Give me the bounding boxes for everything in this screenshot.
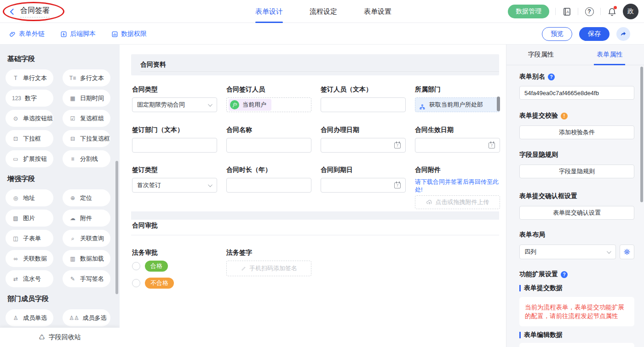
header-actions: 数据管理 A ? 政 bbox=[508, 0, 638, 23]
field-item-handwritten-signature[interactable]: ✎手写签名 bbox=[63, 270, 110, 287]
field-legal-signature[interactable]: 法务签字 手机扫码添加签名 bbox=[226, 248, 311, 276]
form-canvas: 合同资料 合同类型 固定期限劳动合同 合同签订人员 户 当前用户 签订人员（文本… bbox=[120, 45, 506, 347]
share-button[interactable] bbox=[616, 27, 630, 41]
checkbox-icon: ☑ bbox=[69, 115, 76, 122]
field-item-number[interactable]: 123数字 bbox=[6, 90, 53, 107]
field-item-geolocation[interactable]: ⊕定位 bbox=[63, 189, 110, 206]
attachment-upload-button[interactable]: 点击或拖拽附件上传 bbox=[415, 195, 500, 209]
field-legal-approval[interactable]: 法务审批 合格 不合格 bbox=[132, 248, 217, 295]
field-contract-name[interactable]: 合同名称 bbox=[226, 125, 311, 153]
signer-text-input[interactable] bbox=[321, 97, 406, 112]
field-item-linked-data[interactable]: ∞关联数据 bbox=[6, 250, 53, 267]
field-item-data-load[interactable]: ▥数据加载 bbox=[63, 250, 110, 267]
field-effective-date[interactable]: 合同生效日期 bbox=[415, 125, 500, 153]
approval-option-pass[interactable]: 合格 bbox=[132, 261, 217, 272]
tab-flow-setting[interactable]: 流程设定 bbox=[310, 0, 337, 23]
field-item-checkbox-group[interactable]: ☑复选框组 bbox=[63, 110, 110, 127]
field-contract-signer-member[interactable]: 合同签订人员 户 当前用户 bbox=[226, 85, 311, 112]
field-handle-date[interactable]: 合同办理日期 bbox=[321, 125, 406, 153]
field-expire-date[interactable]: 合同到期日 bbox=[321, 165, 406, 193]
group-title: 合同资料 bbox=[131, 54, 499, 69]
subform-icon: ◫ bbox=[12, 235, 19, 242]
people-icon: ♙♙ bbox=[69, 315, 79, 321]
handle-date-input[interactable] bbox=[321, 138, 406, 153]
basic-fields-grid: T单行文本 T≡多行文本 123数字 ▦日期时间 ⊙单选按钮组 ☑复选框组 ⊡下… bbox=[6, 69, 114, 167]
backend-script-action[interactable]: 后端脚本 bbox=[60, 23, 96, 45]
radio-icon[interactable] bbox=[132, 279, 140, 287]
form-layout-select[interactable]: 四列 bbox=[519, 245, 616, 259]
field-item-address[interactable]: ◎地址 bbox=[6, 189, 53, 206]
external-link-action[interactable]: 表单外链 bbox=[9, 23, 45, 45]
tab-field-properties[interactable]: 字段属性 bbox=[506, 45, 575, 65]
field-sign-type[interactable]: 签订类型 首次签订 bbox=[132, 165, 217, 193]
user-avatar[interactable]: 政 bbox=[623, 4, 638, 19]
field-contract-attachment[interactable]: 合同附件 请下载合同并签署后再回传至此处! 点击或拖拽附件上传 bbox=[415, 165, 500, 209]
field-item-datetime[interactable]: ▦日期时间 bbox=[63, 90, 110, 107]
field-item-multi-line-text[interactable]: T≡多行文本 bbox=[63, 69, 110, 86]
field-signer-text[interactable]: 签订人员（文本） bbox=[321, 85, 406, 112]
field-visibility-button[interactable]: 字段显隐规则 bbox=[519, 165, 634, 178]
data-permission-action[interactable]: 数据权限 bbox=[111, 23, 147, 45]
field-item-single-line-text[interactable]: T单行文本 bbox=[6, 69, 53, 86]
field-item-serial-number[interactable]: ⇄流水号 bbox=[6, 270, 53, 287]
attachment-hint-link[interactable]: 请下载合同并签署后再回传至此处! bbox=[415, 178, 500, 193]
notification-bell-icon[interactable] bbox=[607, 6, 617, 17]
field-item-radio-group[interactable]: ⊙单选按钮组 bbox=[6, 110, 53, 127]
contract-type-select[interactable]: 固定期限劳动合同 bbox=[132, 97, 217, 112]
submit-confirm-button[interactable]: 表单提交确认设置 bbox=[519, 206, 634, 220]
save-button[interactable]: 保存 bbox=[579, 27, 610, 41]
help-icon[interactable]: ? bbox=[584, 6, 594, 17]
field-item-multi-dropdown[interactable]: ⊟下拉复选框 bbox=[63, 130, 110, 147]
tab-form-setting[interactable]: 表单设置 bbox=[364, 0, 391, 23]
field-item-divider[interactable]: ≡分割线 bbox=[63, 150, 110, 167]
tab-form-properties[interactable]: 表单属性 bbox=[575, 45, 644, 65]
field-contract-type[interactable]: 合同类型 固定期限劳动合同 bbox=[132, 85, 217, 112]
group-header-contract-info[interactable]: 合同资料 bbox=[131, 54, 499, 75]
data-manage-button[interactable]: 数据管理 bbox=[508, 5, 549, 18]
add-validation-button[interactable]: 添加校验条件 bbox=[519, 125, 634, 139]
field-item-member-single[interactable]: ♙成员单选 bbox=[6, 309, 53, 326]
field-item-subform[interactable]: ◫子表单 bbox=[6, 230, 53, 247]
layout-settings-button[interactable] bbox=[620, 245, 634, 259]
field-item-attachment[interactable]: ☁附件 bbox=[63, 210, 110, 227]
approval-option-fail[interactable]: 不合格 bbox=[132, 278, 217, 289]
expire-date-input[interactable] bbox=[321, 178, 406, 193]
panel-scrollbar[interactable] bbox=[640, 67, 643, 202]
signature-scan-button[interactable]: 手机扫码添加签名 bbox=[226, 261, 311, 276]
chevron-down-icon bbox=[607, 249, 611, 254]
back-chevron-icon[interactable] bbox=[8, 8, 16, 16]
back-nav[interactable]: 合同签署 bbox=[8, 0, 50, 23]
effective-date-input[interactable] bbox=[415, 138, 500, 153]
group-header-band bbox=[131, 211, 499, 220]
sidebar-scrollbar[interactable] bbox=[115, 161, 118, 294]
sign-dept-text-input[interactable] bbox=[132, 138, 217, 153]
radio-icon[interactable] bbox=[132, 262, 140, 270]
field-item-image[interactable]: ▧图片 bbox=[6, 210, 53, 227]
signer-member-box[interactable]: 户 当前用户 bbox=[226, 97, 311, 112]
field-duration[interactable]: 合同时长（年） bbox=[226, 165, 311, 193]
preview-button[interactable]: 预览 bbox=[542, 27, 572, 41]
field-item-linked-query[interactable]: ⌕关联查询 bbox=[63, 230, 110, 247]
canvas-scrollbar[interactable] bbox=[497, 97, 500, 111]
field-sign-dept-text[interactable]: 签订部门（文本） bbox=[132, 125, 217, 153]
number-icon: 123 bbox=[12, 95, 21, 102]
current-user-chip[interactable]: 户 当前用户 bbox=[229, 99, 271, 111]
field-recycle-bin-button[interactable]: ♺ 字段回收站 bbox=[0, 328, 120, 347]
field-item-member-multi[interactable]: ♙♙成员多选 bbox=[63, 309, 110, 326]
field-item-dropdown[interactable]: ⊡下拉框 bbox=[6, 130, 53, 147]
field-item-extend-button[interactable]: ▭扩展按钮 bbox=[6, 150, 53, 167]
chevron-down-icon bbox=[208, 102, 213, 107]
sign-type-select[interactable]: 首次签订 bbox=[132, 178, 217, 193]
tab-form-design[interactable]: 表单设计 bbox=[255, 0, 283, 23]
duration-input[interactable] bbox=[226, 178, 311, 193]
department-box[interactable]: 获取当前用户所处部 bbox=[415, 97, 500, 112]
divider-icon: ≡ bbox=[69, 156, 76, 162]
divider bbox=[600, 8, 601, 15]
contacts-book-icon[interactable]: A bbox=[562, 6, 572, 17]
question-icon[interactable]: ? bbox=[561, 271, 568, 278]
field-department[interactable]: 所属部门 获取当前用户所处部 bbox=[415, 85, 500, 112]
form-alias-input[interactable]: 54fa49ea0c7af4665e8de4fb bbox=[519, 86, 634, 100]
question-icon[interactable]: ? bbox=[548, 74, 555, 80]
submit-confirm-label: 表单提交确认框设置 bbox=[519, 192, 634, 200]
contract-name-input[interactable] bbox=[226, 138, 311, 153]
